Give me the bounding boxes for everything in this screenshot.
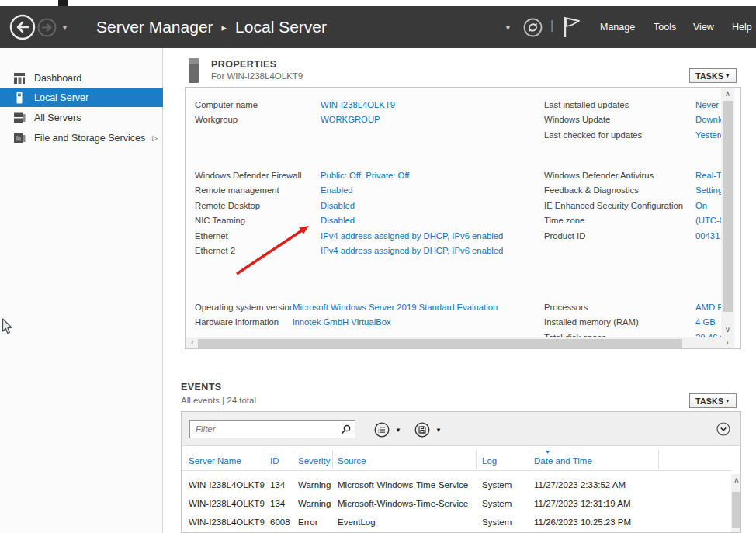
menu-tools[interactable]: Tools — [654, 6, 676, 48]
sidebar-item-dashboard[interactable]: Dashboard — [0, 68, 163, 88]
property-value-link[interactable]: WIN-I238L4OLKT9 — [321, 100, 395, 109]
property-label: Ethernet 2 — [195, 246, 321, 255]
property-value-link[interactable]: WORKGROUP — [321, 115, 380, 124]
property-value-link[interactable]: IPv4 address assigned by DHCP, IPv6 enab… — [321, 231, 503, 241]
property-label: Processors — [544, 303, 695, 312]
properties-subtitle: For WIN-I238L4OLKT9 — [211, 71, 303, 81]
column-header-server-name[interactable]: Server Name — [189, 456, 241, 466]
property-value-link[interactable]: Disabled — [321, 216, 355, 225]
dashboard-icon — [13, 72, 26, 85]
refresh-dropdown-caret-icon[interactable]: ▼ — [505, 24, 512, 32]
events-subtitle: All events | 24 total — [181, 396, 256, 405]
property-value-link[interactable]: On — [695, 201, 707, 210]
breadcrumb: Server Manager▸Local Server — [96, 6, 327, 48]
column-header-log[interactable]: Log — [482, 456, 497, 466]
column-separator — [293, 450, 293, 469]
list-icon — [379, 427, 386, 432]
scrollbar-thumb[interactable] — [198, 339, 682, 348]
cell-id: 6008 — [270, 513, 290, 531]
property-value-link[interactable]: Disabled — [321, 201, 355, 210]
events-tasks-button[interactable]: TASKS ▼ — [689, 393, 737, 408]
column-header-id[interactable]: ID — [270, 456, 279, 466]
column-separator — [332, 450, 333, 469]
property-label: Workgroup — [195, 115, 321, 124]
filter-criteria-caret-icon[interactable]: ▼ — [395, 427, 401, 434]
tasks-label: TASKS — [695, 71, 723, 81]
arrow-right-icon — [43, 25, 51, 31]
property-value-link[interactable]: Public: Off, Private: Off — [321, 171, 409, 180]
sort-descending-icon: ▼ — [545, 449, 550, 455]
search-icon[interactable] — [341, 424, 351, 434]
back-button[interactable] — [9, 14, 36, 40]
property-label: Product ID — [544, 231, 695, 241]
scrollbar-thumb[interactable] — [732, 492, 741, 528]
property-value-link[interactable]: Real-Tim — [695, 171, 721, 180]
property-value-link[interactable]: AMD Ryz — [695, 303, 721, 312]
cell-severity: Error — [298, 513, 318, 531]
refresh-button[interactable] — [523, 18, 543, 37]
filter-input[interactable] — [189, 420, 355, 438]
properties-vertical-scrollbar[interactable]: ∧ ∨ — [721, 88, 734, 337]
collapse-tile-button[interactable] — [716, 422, 730, 436]
cell-log: System — [482, 513, 512, 531]
cell-date-time: 11/27/2023 12:31:19 AM — [534, 494, 630, 513]
sidebar-item-local-server[interactable]: Local Server — [0, 88, 163, 107]
scroll-right-button[interactable]: › — [722, 338, 733, 347]
event-row[interactable]: WIN-I238L4OLKT9 134 Warning Microsoft-Wi… — [182, 476, 731, 494]
events-vertical-scrollbar[interactable]: ∧ — [731, 474, 741, 533]
property-value-link[interactable]: 00431-10 — [695, 231, 721, 241]
property-value-link[interactable]: 4 GB — [695, 317, 716, 327]
sidebar: Dashboard Local Server All Servers File … — [0, 48, 163, 533]
scroll-up-button[interactable]: ∧ — [731, 476, 741, 484]
column-header-source[interactable]: Source — [338, 456, 366, 466]
property-value-link[interactable]: (UTC-08:0 — [695, 216, 721, 225]
events-table-header: Server Name ID Severity Source Log Date … — [182, 446, 731, 471]
sidebar-item-file-storage-services[interactable]: File and Storage Services ▷ — [0, 128, 163, 147]
property-label: Installed memory (RAM) — [544, 317, 695, 327]
scroll-left-button[interactable]: ‹ — [187, 338, 198, 347]
properties-tasks-button[interactable]: TASKS ▼ — [689, 68, 737, 83]
menu-view[interactable]: View — [693, 6, 714, 48]
saved-queries-button[interactable] — [414, 422, 430, 438]
notifications-flag-button[interactable] — [562, 16, 582, 38]
properties-horizontal-scrollbar[interactable]: ‹ › — [186, 337, 734, 349]
property-label: NIC Teaming — [195, 216, 321, 225]
properties-left-column: Computer nameWIN-I238L4OLKT9 WorkgroupWO… — [195, 88, 543, 337]
forward-button[interactable] — [37, 18, 57, 37]
property-value-link[interactable]: Microsoft Windows Server 2019 Standard E… — [293, 303, 498, 312]
column-separator — [476, 450, 477, 469]
property-value-link[interactable]: innotek GmbH VirtualBox — [293, 317, 391, 327]
event-row[interactable]: WIN-I238L4OLKT9 134 Warning Microsoft-Wi… — [182, 494, 731, 513]
filter-criteria-button[interactable] — [374, 422, 390, 438]
property-value-link[interactable]: Yesterday — [695, 130, 721, 140]
property-label: Remote Desktop — [195, 201, 321, 210]
cell-severity: Warning — [298, 494, 331, 513]
scrollbar-thumb[interactable] — [723, 101, 733, 312]
column-separator — [265, 450, 265, 469]
cell-severity: Warning — [298, 476, 331, 494]
property-label: Computer name — [195, 100, 321, 109]
property-value-link[interactable]: Downloa — [695, 115, 721, 124]
property-value-link[interactable]: Never — [695, 100, 719, 109]
column-header-date-time[interactable]: Date and Time — [534, 456, 592, 466]
menu-manage[interactable]: Manage — [600, 6, 635, 48]
column-header-severity[interactable]: Severity — [298, 456, 331, 466]
saved-queries-caret-icon[interactable]: ▼ — [435, 427, 442, 434]
caret-down-icon: ▼ — [725, 398, 730, 403]
property-value-link[interactable]: IPv4 address assigned by DHCP, IPv6 enab… — [321, 246, 503, 255]
property-value-link[interactable]: Settings — [695, 185, 721, 195]
nav-dropdown-caret-icon[interactable]: ▼ — [61, 24, 68, 32]
cell-source: EventLog — [338, 513, 376, 531]
properties-title: PROPERTIES — [211, 59, 277, 70]
sidebar-item-all-servers[interactable]: All Servers — [0, 108, 163, 127]
properties-right-column: Last installed updatesNever Windows Upda… — [544, 88, 721, 337]
event-row[interactable]: WIN-I238L4OLKT9 6008 Error EventLog Syst… — [182, 513, 731, 531]
expand-right-icon[interactable]: ▷ — [152, 134, 158, 142]
scroll-down-button[interactable]: ∨ — [721, 325, 734, 334]
property-value-link[interactable]: Enabled — [321, 185, 352, 195]
menu-help[interactable]: Help — [732, 6, 752, 48]
screen-artifact — [58, 0, 68, 6]
events-toolbar: ▼ ▼ — [182, 412, 740, 446]
toolbar-separator: | — [550, 19, 553, 33]
scroll-up-button[interactable]: ∧ — [721, 89, 734, 98]
